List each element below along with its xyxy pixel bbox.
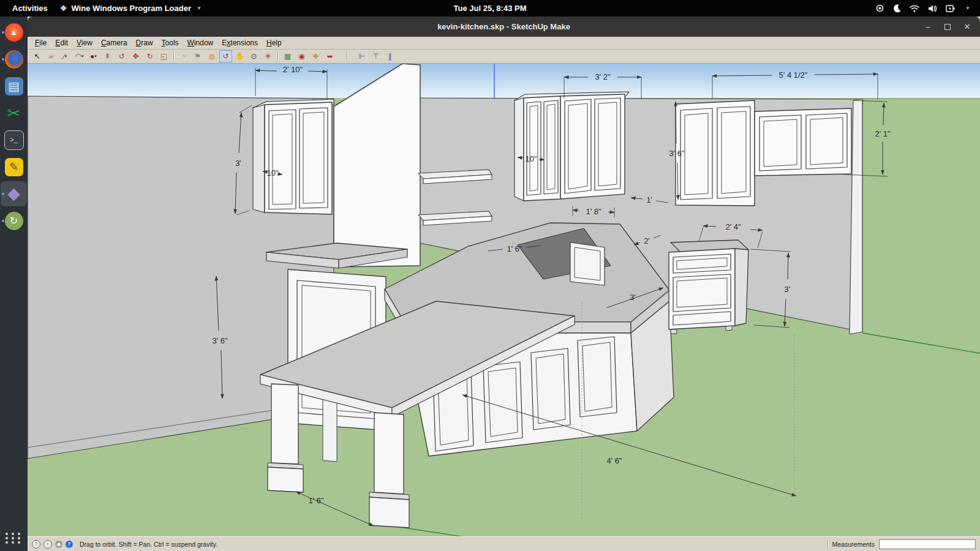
dimension-label: 3' 6" xyxy=(669,149,684,158)
dock-item-brave-browser[interactable]: ▲ xyxy=(1,20,27,45)
menu-extensions[interactable]: Extensions xyxy=(217,37,262,48)
arc-tool-icon: ◠ xyxy=(75,52,81,61)
statusbar: ?i☻? Drag to orbit. Shift = Pan. Ctrl = … xyxy=(28,536,980,551)
dimension-tool-3[interactable]: ∥ xyxy=(383,50,396,62)
components-button[interactable]: ❖ xyxy=(309,50,322,62)
brave-browser-icon: ▲ xyxy=(5,23,23,42)
clock[interactable]: Tue Jul 25, 8:43 PM xyxy=(454,4,527,13)
toolbar-separator xyxy=(347,52,347,61)
model-canvas xyxy=(28,64,980,536)
toolbar-separator xyxy=(173,52,174,61)
dimension-label: 4' 6" xyxy=(606,456,622,465)
dock-item-firefox[interactable] xyxy=(1,47,27,72)
shape-tool-icon: ● xyxy=(90,52,94,61)
dropdown-arrow-icon[interactable]: ▾ xyxy=(65,54,67,59)
line-tool[interactable]: ∕▾ xyxy=(59,50,72,62)
screenshot-tool-icon: ✂ xyxy=(5,104,23,122)
dimension-label: 1' 8" xyxy=(586,207,601,216)
rotate-tool[interactable]: ↻ xyxy=(143,50,156,62)
zoom-extents-tool-icon: ✳ xyxy=(265,52,271,61)
followme-tool-icon: ↺ xyxy=(118,52,124,61)
wine-icon: ❖ xyxy=(60,4,67,13)
text-tool-icon: ⚑ xyxy=(194,52,201,61)
eraser-tool[interactable]: ▰ xyxy=(45,50,58,62)
status-separator xyxy=(827,540,828,549)
dock: ▲▤✂>_✎◆↻ xyxy=(0,17,28,551)
arc-tool[interactable]: ◠▾ xyxy=(73,50,86,62)
dock-item-notes[interactable]: ✎ xyxy=(1,154,27,179)
paint-bucket-tool-icon: ◍ xyxy=(208,52,214,61)
dimension-tool-2[interactable]: ⊤ xyxy=(369,50,382,62)
menu-draw[interactable]: Draw xyxy=(132,37,157,48)
shape-tool[interactable]: ●▾ xyxy=(87,50,100,62)
dock-item-screenshot-tool[interactable]: ✂ xyxy=(1,100,27,126)
battery-icon xyxy=(945,4,956,13)
instructor-button[interactable]: ◉ xyxy=(295,50,308,62)
pan-tool-icon: ✋ xyxy=(235,52,244,61)
software-updater-icon: ↻ xyxy=(5,212,23,230)
menu-file[interactable]: File xyxy=(31,37,51,48)
menu-help[interactable]: Help xyxy=(262,37,286,48)
pan-tool[interactable]: ✋ xyxy=(233,50,246,62)
menubar: FileEditViewCameraDrawToolsWindowExtensi… xyxy=(28,37,980,50)
app-menu[interactable]: ❖ Wine Windows Program Loader ▼ xyxy=(58,2,204,14)
pushpull-tool[interactable]: ⇞ xyxy=(101,50,114,62)
status-info-icon[interactable]: i xyxy=(43,540,52,549)
eraser-tool-icon: ▰ xyxy=(48,52,54,61)
menu-view[interactable]: View xyxy=(72,37,97,48)
dropdown-arrow-icon[interactable]: ▾ xyxy=(81,54,84,59)
status-help-text: Drag to orbit. Shift = Pan. Ctrl = suspe… xyxy=(80,541,217,548)
system-tray[interactable]: ▼ xyxy=(875,4,980,13)
dimension-tool-3-icon: ∥ xyxy=(388,52,392,61)
tape-measure-tool[interactable]: ◔ xyxy=(177,50,190,62)
zoom-tool[interactable]: ⊙ xyxy=(247,50,260,62)
tape-measure-tool-icon: ◔ xyxy=(181,52,186,61)
toolbar: ↖▰∕▾◠▾●▾⇞↺✥↻◱◔⚑◍↺✋⊙✳▦◉❖➥⊩⊤∥ xyxy=(28,50,980,64)
menu-edit[interactable]: Edit xyxy=(51,37,72,48)
notes-icon: ✎ xyxy=(5,158,23,176)
window-title: kevin-kitchen.skp - SketchUp Make xyxy=(437,22,570,31)
dropdown-arrow-icon[interactable]: ▾ xyxy=(94,54,97,59)
status-help-icon[interactable]: ? xyxy=(66,541,73,548)
dock-item-file-manager[interactable]: ▤ xyxy=(1,73,27,99)
status-geolocate-icon[interactable]: ? xyxy=(32,540,40,549)
dock-item-software-updater[interactable]: ↻ xyxy=(1,208,27,233)
zoom-extents-tool[interactable]: ✳ xyxy=(262,50,274,62)
dimension-label: 3' xyxy=(630,293,636,302)
show-applications-button[interactable] xyxy=(6,533,22,544)
paint-bucket-tool[interactable]: ◍ xyxy=(205,50,218,62)
dimension-tool-1[interactable]: ⊩ xyxy=(355,50,368,62)
minimize-button[interactable]: – xyxy=(924,23,932,31)
volume-icon xyxy=(927,4,937,13)
menu-window[interactable]: Window xyxy=(183,37,218,48)
export-button[interactable]: ➥ xyxy=(323,50,336,62)
status-account-icon[interactable]: ☻ xyxy=(55,541,62,548)
dock-item-sketchup[interactable]: ◆ xyxy=(1,181,27,206)
scale-tool[interactable]: ◱ xyxy=(157,50,170,62)
firefox-icon xyxy=(5,50,23,69)
move-tool-icon: ✥ xyxy=(132,52,138,61)
location-icon xyxy=(875,4,884,13)
dock-item-terminal[interactable]: >_ xyxy=(1,127,27,152)
select-tool[interactable]: ↖ xyxy=(31,50,43,62)
center-upper-cabinets xyxy=(514,92,629,201)
followme-tool[interactable]: ↺ xyxy=(115,50,128,62)
menu-camera[interactable]: Camera xyxy=(97,37,132,48)
close-button[interactable]: ✕ xyxy=(963,23,971,31)
maximize-button[interactable] xyxy=(943,23,952,31)
model-info-button[interactable]: ▦ xyxy=(281,50,294,62)
menu-tools[interactable]: Tools xyxy=(157,37,183,48)
orbit-tool[interactable]: ↺ xyxy=(219,50,232,62)
move-tool[interactable]: ✥ xyxy=(129,50,142,62)
pushpull-tool-icon: ⇞ xyxy=(104,52,110,61)
activities-button[interactable]: Activities xyxy=(9,2,51,14)
export-button-icon: ➥ xyxy=(326,52,333,61)
measurements-input[interactable] xyxy=(879,539,976,549)
dimension-label: 2' xyxy=(644,236,650,246)
text-tool[interactable]: ⚑ xyxy=(191,50,204,62)
viewport[interactable]: 2' 10"3' 2"5' 4 1/2"3'10"10"3' 6"2' 1"1'… xyxy=(28,64,980,536)
corner-upper-cabinet xyxy=(253,99,334,214)
terminal-icon: >_ xyxy=(4,130,24,150)
titlebar[interactable]: kevin-kitchen.skp - SketchUp Make – ✕ xyxy=(28,17,980,37)
rotate-tool-icon: ↻ xyxy=(146,52,153,61)
